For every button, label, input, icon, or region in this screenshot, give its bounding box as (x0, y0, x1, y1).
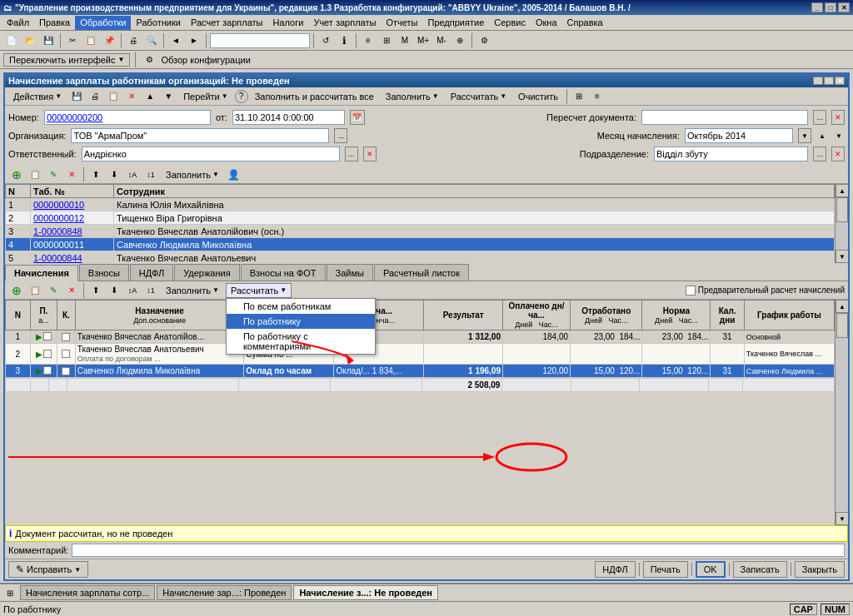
number-input[interactable]: 00000000200 (44, 110, 211, 125)
tb-extra5[interactable]: M- (433, 32, 450, 49)
emp-sort1-btn[interactable]: ↕A (124, 166, 141, 183)
doc-grid-icon[interactable]: ⊞ (571, 88, 587, 105)
emp-row-1[interactable]: 2 0000000012 Тищенко Віра Григорівна (6, 211, 835, 225)
dept-clear-btn[interactable]: ✕ (831, 147, 845, 161)
emp-down-btn[interactable]: ⬇ (106, 166, 122, 183)
date-input[interactable]: 31.10.2014 0:00:00 (232, 110, 345, 125)
emp-fill-btn[interactable]: Заполнить (161, 167, 224, 182)
maximize-button[interactable]: □ (825, 2, 836, 12)
recalc-btn[interactable]: ... (813, 110, 826, 125)
doc-list-icon[interactable]: ≡ (589, 88, 606, 105)
calc-button[interactable]: Рассчитать (446, 89, 511, 104)
forward-button[interactable]: ► (186, 32, 202, 49)
menu-service[interactable]: Сервис (489, 16, 531, 30)
close-doc-button[interactable]: Закрыть (795, 561, 845, 578)
acc-row-0[interactable]: 1 ▶ Ткаченко Вячеслав Анатолійов... Окла… (6, 330, 835, 344)
open-button[interactable]: 📂 (22, 32, 38, 49)
new-button[interactable]: 📄 (3, 32, 20, 49)
emp-sort2-btn[interactable]: ↕1 (142, 166, 159, 183)
responsible-input[interactable]: Андрієнко (82, 147, 340, 161)
emp-copy-btn[interactable]: 📋 (27, 166, 43, 183)
menu-accounting[interactable]: Учет зарплаты (308, 16, 381, 30)
close-button[interactable]: ✕ (838, 2, 850, 12)
menu-help[interactable]: Справка (562, 16, 608, 30)
clear-button[interactable]: Очистить (513, 89, 563, 104)
menu-workers[interactable]: Работники (131, 16, 185, 30)
emp-person-icon[interactable]: 👤 (226, 166, 242, 183)
recalc-clear-btn[interactable]: ✕ (831, 110, 845, 125)
scroll-up-btn[interactable]: ▲ (836, 184, 848, 197)
tb-extra2[interactable]: ⊞ (378, 32, 395, 49)
month-dropdown[interactable]: Октябрь 2014 (685, 128, 793, 143)
scroll-down-btn[interactable]: ▼ (836, 250, 848, 263)
fix-button[interactable]: ✎ Исправить ▼ (8, 561, 88, 578)
emp-row-2[interactable]: 3 1-00000848 Ткаченко Вячеслав Анатолійо… (6, 225, 835, 238)
acc-row-1[interactable]: 2 ▶ Ткаченко Вячеслав АнатольевичОплата … (6, 344, 835, 365)
acc-copy-btn[interactable]: 📋 (27, 282, 43, 299)
org-btn[interactable]: ... (334, 128, 347, 143)
doc-up-icon[interactable]: ▲ (142, 88, 158, 105)
help-button[interactable]: ? (235, 90, 248, 103)
calc-by-worker[interactable]: По работнику (227, 314, 375, 329)
tab-deductions[interactable]: Удержания (174, 264, 239, 281)
refresh-button[interactable]: ↺ (317, 32, 334, 49)
menu-salary[interactable]: Расчет зарплаты (186, 16, 268, 30)
responsible-clear-btn[interactable]: ✕ (363, 147, 377, 161)
doc-down-icon[interactable]: ▼ (160, 88, 177, 105)
acc-scroll-up-btn[interactable]: ▲ (836, 300, 848, 313)
emp-add-btn[interactable]: ⊕ (8, 166, 25, 183)
doc-copy-icon[interactable]: 📋 (105, 88, 122, 105)
acc-edit-btn[interactable]: ✎ (45, 282, 62, 299)
calc-by-worker-comment[interactable]: По работнику с комментариями (227, 329, 375, 354)
doc-maximize-button[interactable]: □ (824, 77, 834, 85)
emp-row-3[interactable]: 4 0000000011 Савченко Людмила Миколаївна (6, 238, 835, 251)
scroll-track[interactable] (836, 197, 848, 250)
accruals-scrollbar[interactable]: ▲ ▼ (835, 300, 848, 525)
acc-scroll-thumb[interactable] (836, 313, 848, 338)
emp-row-4[interactable]: 5 1-00000844 Ткаченко Вячеслав Анатольев… (6, 251, 835, 264)
ndfl-button[interactable]: НДФЛ (595, 561, 635, 578)
back-button[interactable]: ◄ (167, 32, 184, 49)
doc-close-button[interactable]: ✕ (835, 77, 845, 85)
menu-enterprise[interactable]: Предприятие (422, 16, 489, 30)
scroll-thumb[interactable] (836, 197, 848, 222)
save-record-button[interactable]: Записать (733, 561, 787, 578)
emp-edit-btn[interactable]: ✎ (45, 166, 62, 183)
tab-ndfl[interactable]: НДФЛ (130, 264, 173, 281)
find-button[interactable]: 🔍 (143, 32, 160, 49)
emp-up-btn[interactable]: ⬆ (87, 166, 104, 183)
fill-calc-button[interactable]: Заполнить и рассчитать все (250, 89, 379, 104)
precount-checkbox[interactable] (686, 286, 696, 296)
taskbar-item-1[interactable]: Начисление зар...: Проведен (157, 585, 292, 600)
config-review-label[interactable]: Обзор конфигурации (161, 55, 250, 65)
acc-calc-button[interactable]: Рассчитать (226, 283, 292, 298)
config-icon[interactable]: ⚙ (141, 52, 157, 68)
menu-edit[interactable]: Правка (34, 16, 75, 30)
tab-accruals[interactable]: Начисления (5, 265, 78, 281)
print-button[interactable]: 🖨 (125, 32, 142, 49)
print-button[interactable]: Печать (643, 561, 688, 578)
dept-input[interactable]: Відділ збуту (654, 147, 808, 161)
paste-button[interactable]: 📌 (101, 32, 117, 49)
tab-contributions[interactable]: Взносы (79, 264, 129, 281)
acc-delete-btn[interactable]: ✕ (63, 282, 80, 299)
tb-extra6[interactable]: ⊕ (451, 32, 468, 49)
fill-button[interactable]: Заполнить (381, 89, 444, 104)
employees-scrollbar[interactable]: ▲ ▼ (835, 184, 848, 263)
month-up-btn[interactable]: ▲ (816, 128, 828, 143)
doc-minimize-button[interactable]: _ (813, 77, 823, 85)
acc-sort1-btn[interactable]: ↕A (124, 282, 141, 299)
ok-button[interactable]: OK (696, 561, 726, 578)
responsible-btn[interactable]: ... (345, 147, 358, 161)
date-calendar-button[interactable]: 📅 (350, 110, 365, 125)
doc-save-icon[interactable]: 💾 (68, 88, 85, 105)
actions-button[interactable]: Действия (8, 89, 67, 104)
doc-print-icon[interactable]: 🖨 (87, 88, 103, 105)
taskbar-icon[interactable]: ⊞ (2, 584, 18, 601)
dept-btn[interactable]: ... (813, 147, 826, 161)
acc-down-btn[interactable]: ⬇ (106, 282, 122, 299)
minimize-button[interactable]: _ (811, 2, 823, 12)
comment-input[interactable] (72, 544, 845, 557)
recalc-input[interactable] (641, 110, 808, 125)
save-button[interactable]: 💾 (40, 32, 57, 49)
